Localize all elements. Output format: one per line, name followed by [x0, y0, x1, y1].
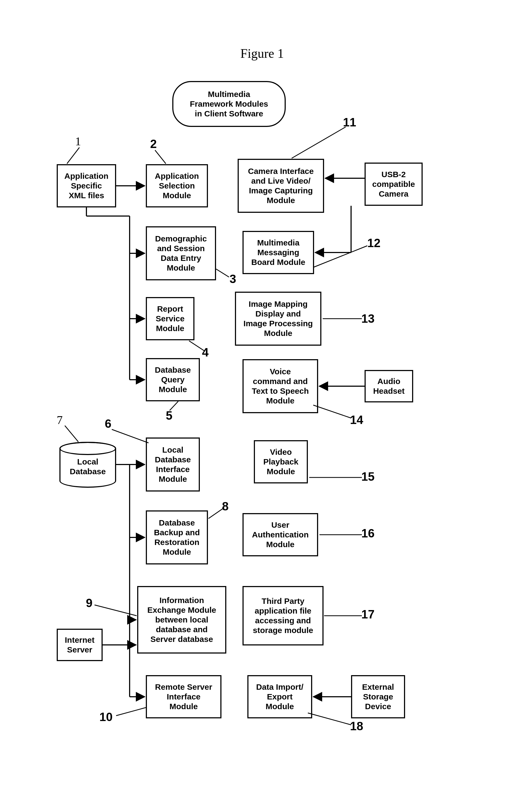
box-info-exchange: InformationExchange Modulebetween locald… [137, 586, 226, 654]
ref-5: 5 [166, 409, 172, 422]
ref-12: 12 [367, 236, 380, 250]
ref-2: 2 [150, 137, 157, 151]
ref-18: 18 [350, 719, 363, 733]
box-database-query: DatabaseQueryModule [146, 358, 200, 401]
ref-13: 13 [361, 312, 375, 325]
svg-line-21 [216, 269, 229, 277]
svg-line-19 [67, 148, 79, 163]
svg-line-28 [116, 708, 146, 716]
svg-line-20 [155, 150, 166, 163]
cylinder-local-database: LocalDatabase [59, 442, 116, 488]
box-camera-interface: Camera Interfaceand Live Video/Image Cap… [238, 159, 324, 213]
box-internet-server: InternetServer [57, 629, 102, 661]
box-user-auth: UserAuthenticationModule [243, 513, 318, 556]
svg-line-30 [313, 246, 367, 267]
box-data-import-export: Data Import/ExportModule [247, 675, 312, 718]
box-external-storage: ExternalStorageDevice [351, 675, 405, 718]
ref-7: 7 [57, 413, 63, 427]
svg-line-32 [313, 405, 351, 418]
box-local-db-interface: LocalDatabaseInterfaceModule [146, 438, 200, 491]
ref-10: 10 [99, 710, 113, 724]
box-voice-command: Voicecommand andText to SpeechModule [243, 359, 318, 413]
ref-16: 16 [361, 527, 375, 540]
box-image-mapping: Image MappingDisplay andImage Processing… [235, 292, 321, 346]
svg-line-27 [95, 605, 137, 616]
ref-6: 6 [105, 417, 111, 430]
box-application-selection: ApplicationSelectionModule [146, 164, 208, 207]
box-multimedia-messaging: MultimediaMessagingBoard Module [243, 231, 314, 274]
box-remote-server-interface: Remote ServerInterfaceModule [146, 675, 222, 718]
box-usb-camera: USB-2compatibleCamera [365, 162, 423, 206]
ref-4: 4 [202, 346, 208, 359]
svg-line-25 [65, 426, 78, 442]
ref-15: 15 [361, 470, 375, 483]
ref-11: 11 [343, 116, 356, 129]
figure-title: Figure 1 [240, 46, 284, 61]
box-audio-headset: AudioHeadset [365, 370, 413, 402]
ref-14: 14 [350, 413, 363, 427]
ref-1: 1 [75, 134, 81, 148]
svg-line-36 [308, 713, 351, 725]
svg-line-29 [292, 127, 346, 158]
box-video-playback: VideoPlaybackModule [254, 440, 308, 483]
ref-3: 3 [230, 272, 236, 286]
header-pill: MultimediaFramework Modulesin Client Sof… [172, 81, 286, 127]
box-report-service: ReportServiceModule [146, 297, 194, 340]
box-third-party: Third Partyapplication fileaccessing and… [243, 586, 324, 645]
ref-17: 17 [361, 607, 375, 621]
box-demographic-session: Demographicand SessionData EntryModule [146, 226, 216, 280]
box-xml-files: ApplicationSpecificXML files [57, 164, 116, 207]
ref-8: 8 [222, 500, 228, 513]
ref-9: 9 [86, 596, 92, 610]
svg-line-24 [112, 429, 149, 443]
box-db-backup-restore: DatabaseBackup andRestorationModule [146, 510, 208, 564]
